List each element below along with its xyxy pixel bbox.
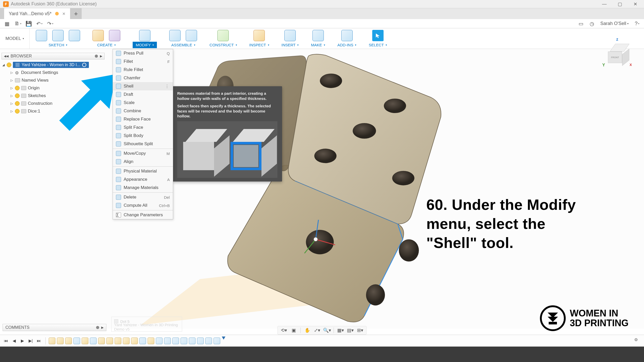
timeline-feature[interactable] (106, 338, 113, 344)
insert-decal-icon[interactable] (284, 30, 296, 41)
orbit-button[interactable]: ⟲▾ (280, 327, 288, 334)
menu-item-chamfer[interactable]: Chamfer (113, 74, 173, 82)
comments-expand-icon[interactable]: ▶ (101, 326, 104, 329)
zoom-button[interactable]: ⤢▾ (313, 327, 321, 334)
timeline-feature[interactable] (189, 338, 196, 344)
timeline-start-button[interactable]: ⏮ (3, 338, 9, 344)
timeline-feature[interactable] (65, 338, 72, 344)
grid-settings-button[interactable]: ▤▾ (346, 327, 354, 334)
visibility-bulb-icon[interactable] (15, 93, 20, 98)
modify-menu[interactable]: MODIFY (133, 42, 157, 48)
timeline-play-button[interactable]: ▶ (19, 338, 26, 344)
create-box-icon[interactable] (109, 30, 120, 41)
save-button[interactable]: 💾 (24, 20, 33, 28)
menu-item-combine[interactable]: Combine (113, 107, 173, 115)
timeline-step-forward-button[interactable]: ▶| (27, 338, 34, 344)
create-menu[interactable]: CREATE (97, 42, 116, 48)
timeline-feature[interactable] (115, 338, 121, 344)
redo-button[interactable]: ↷▾ (45, 20, 55, 28)
menu-item-shell[interactable]: Shell⋮ (113, 82, 173, 90)
menu-item-press-pull[interactable]: Press PullQ (113, 49, 173, 57)
window-maximize-button[interactable]: ▢ (612, 0, 628, 8)
menu-item-change-parameters[interactable]: ΣChange Parameters (113, 211, 173, 219)
inspect-measure-icon[interactable] (253, 30, 265, 41)
timeline-feature[interactable] (148, 338, 154, 344)
select-tool-icon[interactable] (372, 30, 384, 41)
close-tab-button[interactable]: × (62, 11, 65, 17)
menu-item-appearance[interactable]: AppearanceA (113, 175, 173, 184)
inspect-menu[interactable]: INSPECT (249, 42, 269, 48)
expand-icon[interactable]: ◢ (2, 63, 5, 67)
timeline-feature[interactable] (214, 338, 220, 344)
timeline-feature[interactable] (73, 338, 80, 344)
new-tab-button[interactable]: + (70, 8, 82, 19)
menu-item-manage-materials[interactable]: Manage Materials (113, 184, 173, 192)
timeline-feature[interactable] (139, 338, 146, 344)
construct-menu[interactable]: CONSTRUCT (209, 42, 237, 48)
timeline-feature[interactable] (123, 338, 130, 344)
timeline-feature[interactable] (82, 338, 88, 344)
extensions-button[interactable]: ▭ (576, 20, 586, 28)
timeline-marker[interactable] (222, 337, 225, 345)
window-close-button[interactable]: ✕ (628, 0, 643, 8)
make-3dprint-icon[interactable] (312, 30, 324, 41)
timeline-feature[interactable] (57, 338, 64, 344)
timeline-feature[interactable] (172, 338, 179, 344)
construct-plane-icon[interactable] (217, 30, 229, 41)
undo-button[interactable]: ↶▾ (35, 20, 44, 28)
sketch-line-icon[interactable] (52, 30, 64, 41)
pan-button[interactable]: ✋ (303, 327, 311, 334)
insert-menu[interactable]: INSERT (282, 42, 299, 48)
timeline-feature[interactable] (131, 338, 138, 344)
user-menu[interactable]: Sarah O'Sell▾ (598, 21, 631, 26)
timeline-feature[interactable] (197, 338, 204, 344)
create-extrude-icon[interactable] (92, 30, 104, 41)
comments-options-icon[interactable] (96, 326, 99, 329)
visibility-bulb-icon[interactable] (15, 109, 20, 114)
assemble-menu[interactable]: ASSEMBLE (171, 42, 195, 48)
menu-item-split-face[interactable]: Split Face (113, 123, 173, 132)
browser-close-icon[interactable]: ▶ (100, 54, 102, 58)
timeline-feature[interactable] (98, 338, 105, 344)
help-button[interactable]: ?▾ (632, 20, 642, 28)
document-tab[interactable]: Yard Yah...Demo v5* × (4, 8, 70, 19)
timeline-end-button[interactable]: ⏭ (36, 338, 42, 344)
menu-item-move-copy[interactable]: Move/CopyM (113, 149, 173, 158)
file-menu-button[interactable]: 🗎▾ (13, 20, 23, 28)
job-status-button[interactable]: ◷ (587, 20, 597, 28)
timeline-feature[interactable] (90, 338, 97, 344)
viewport-layout-button[interactable]: ⊞▾ (356, 327, 364, 334)
make-menu[interactable]: MAKE (311, 42, 325, 48)
timeline-feature[interactable] (156, 338, 163, 344)
viewcube-top-face[interactable] (610, 44, 629, 51)
view-cube[interactable]: FRONT z x Y (603, 39, 634, 70)
menu-item-physical-material[interactable]: Physical Material (113, 167, 173, 175)
timeline-feature[interactable] (205, 338, 212, 344)
visibility-bulb-icon[interactable] (15, 86, 20, 90)
visibility-bulb-icon[interactable] (15, 101, 20, 106)
sketch-rectangle-icon[interactable] (36, 30, 47, 41)
show-data-panel-button[interactable]: ▦ (2, 20, 12, 28)
visibility-bulb-icon[interactable] (7, 63, 11, 67)
menu-item-split-body[interactable]: Split Body (113, 132, 173, 140)
workspace-switcher[interactable]: MODEL▾ (0, 28, 30, 49)
menu-item-compute-all[interactable]: Compute AllCtrl+B (113, 201, 173, 210)
menu-item-align[interactable]: Align (113, 158, 173, 166)
menu-item-options-icon[interactable]: ⋮ (165, 84, 170, 89)
menu-item-fillet[interactable]: FilletF (113, 57, 173, 66)
modify-presspull-icon[interactable] (139, 30, 150, 41)
browser-options-icon[interactable] (95, 55, 98, 58)
timeline-settings-button[interactable]: ⚙ (634, 337, 641, 344)
assemble-component-icon[interactable] (169, 30, 181, 41)
menu-item-delete[interactable]: DeleteDel (113, 193, 173, 201)
timeline-feature[interactable] (164, 338, 171, 344)
timeline-feature[interactable] (49, 338, 55, 344)
addins-scripts-icon[interactable] (341, 30, 353, 41)
assemble-joint-icon[interactable] (186, 30, 197, 41)
timeline-feature[interactable] (181, 338, 187, 344)
fit-button[interactable]: 🔍▾ (323, 327, 331, 334)
sketch-menu[interactable]: SKETCH (49, 42, 67, 48)
browser-panel-header[interactable]: ◀◀ BROWSER ▶ (2, 53, 105, 59)
browser-collapse-icon[interactable]: ◀◀ (4, 54, 9, 58)
menu-item-scale[interactable]: Scale (113, 99, 173, 107)
